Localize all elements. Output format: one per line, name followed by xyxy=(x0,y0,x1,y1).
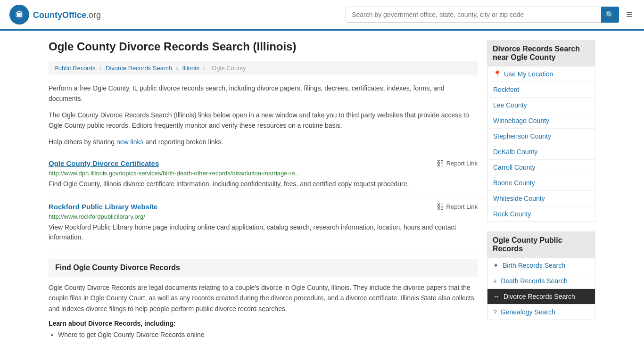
divorce-icon: ↔ xyxy=(493,293,500,300)
breadcrumb-public-records[interactable]: Public Records xyxy=(54,65,95,72)
sidebar-divorce-records[interactable]: ↔ Divorce Records Search xyxy=(487,289,595,304)
birth-icon: ✦ xyxy=(493,262,499,269)
sidebar-item-dekalb[interactable]: DeKalb County xyxy=(487,144,595,160)
sidebar-item-winnebago[interactable]: Winnebago County xyxy=(487,113,595,129)
header-right: 🔍 ≡ xyxy=(346,6,635,23)
new-links-link[interactable]: new links xyxy=(116,138,144,146)
sidebar-item-lee[interactable]: Lee County xyxy=(487,98,595,113)
sidebar-item-stephenson[interactable]: Stephenson County xyxy=(487,129,595,144)
logo[interactable]: 🏛 CountyOffice.org xyxy=(9,5,101,25)
use-location-link[interactable]: Use My Location xyxy=(504,70,553,78)
public-records-list: ✦ Birth Records Search + Death Records S… xyxy=(487,258,595,320)
menu-icon[interactable]: ≡ xyxy=(624,6,635,23)
search-input[interactable] xyxy=(346,7,619,23)
sidebar-birth-records[interactable]: ✦ Birth Records Search xyxy=(487,258,595,273)
resource-header-2: Rockford Public Library Website ⛓ Report… xyxy=(49,203,478,211)
death-icon: + xyxy=(493,277,497,285)
desc-1: Perform a free Ogle County, IL public di… xyxy=(49,83,478,104)
sidebar: Divorce Records Search near Ogle County … xyxy=(487,40,595,338)
report-link-btn-1[interactable]: ⛓ Report Link xyxy=(437,159,478,168)
search-bar: 🔍 xyxy=(346,7,619,23)
sidebar-use-location[interactable]: 📍 Use My Location xyxy=(487,66,595,82)
sidebar-nearby-section: Divorce Records Search near Ogle County … xyxy=(487,40,595,222)
location-icon: 📍 xyxy=(493,70,501,78)
main-container: Ogle County Divorce Records Search (Illi… xyxy=(39,31,605,348)
site-header: 🏛 CountyOffice.org 🔍 ≡ xyxy=(0,0,644,31)
sidebar-item-rockford[interactable]: Rockford xyxy=(487,82,595,98)
breadcrumb: Public Records › Divorce Records Search … xyxy=(49,61,478,75)
resource-desc-1: Find Ogle County, Illinois divorce certi… xyxy=(49,179,478,189)
find-section-text: Ogle County Divorce Records are legal do… xyxy=(49,282,478,314)
resource-title-1[interactable]: Ogle County Divorce Certificates xyxy=(49,159,159,167)
sidebar-item-boone[interactable]: Boone County xyxy=(487,175,595,191)
bullet-list: Where to get Ogle County Divorce Records… xyxy=(49,331,478,338)
sidebar-nearby-title: Divorce Records Search near Ogle County xyxy=(487,40,595,66)
sidebar-item-carroll[interactable]: Carroll County xyxy=(487,160,595,175)
resource-desc-2: View Rockford Public Library home page i… xyxy=(49,222,478,242)
resource-title-2[interactable]: Rockford Public Library Website xyxy=(49,203,157,211)
resource-url-1[interactable]: http://www.dph.illinois.gov/topics-servi… xyxy=(49,170,478,177)
desc-3: Help others by sharing new links and rep… xyxy=(49,137,478,147)
sidebar-public-records-section: Ogle County Public Records ✦ Birth Recor… xyxy=(487,231,595,320)
sidebar-public-records-title: Ogle County Public Records xyxy=(487,231,595,258)
logo-icon: 🏛 xyxy=(9,5,29,25)
learn-header: Learn about Divorce Records, including: xyxy=(49,320,478,327)
sidebar-nearby-list: 📍 Use My Location Rockford Lee County Wi… xyxy=(487,66,595,222)
breadcrumb-illinois[interactable]: Illinois xyxy=(182,65,199,72)
find-section-header: Find Ogle County Divorce Records xyxy=(49,259,478,277)
report-icon-1: ⛓ xyxy=(437,159,444,168)
breadcrumb-divorce-records[interactable]: Divorce Records Search xyxy=(106,65,172,72)
resource-item-2: Rockford Public Library Website ⛓ Report… xyxy=(49,196,478,249)
logo-text: CountyOffice.org xyxy=(33,8,101,21)
sidebar-genealogy[interactable]: ? Genealogy Search xyxy=(487,304,595,320)
report-icon-2: ⛓ xyxy=(437,203,444,211)
desc-2: The Ogle County Divorce Records Search (… xyxy=(49,110,478,131)
bullet-item-1: Where to get Ogle County Divorce Records… xyxy=(58,331,478,338)
resource-url-2[interactable]: http://www.rockfordpubliclibrary.org/ xyxy=(49,213,478,220)
breadcrumb-ogle-county: Ogle County xyxy=(212,65,246,72)
resource-header: Ogle County Divorce Certificates ⛓ Repor… xyxy=(49,159,478,168)
resource-item: Ogle County Divorce Certificates ⛓ Repor… xyxy=(49,153,478,196)
sidebar-item-rock[interactable]: Rock County xyxy=(487,206,595,222)
content-area: Ogle County Divorce Records Search (Illi… xyxy=(49,40,478,338)
sidebar-death-records[interactable]: + Death Records Search xyxy=(487,273,595,289)
page-title: Ogle County Divorce Records Search (Illi… xyxy=(49,40,478,53)
report-link-btn-2[interactable]: ⛓ Report Link xyxy=(437,203,478,211)
sidebar-item-whiteside[interactable]: Whiteside County xyxy=(487,191,595,206)
search-button[interactable]: 🔍 xyxy=(601,7,619,23)
svg-text:🏛: 🏛 xyxy=(16,10,23,18)
genealogy-icon: ? xyxy=(493,308,497,316)
